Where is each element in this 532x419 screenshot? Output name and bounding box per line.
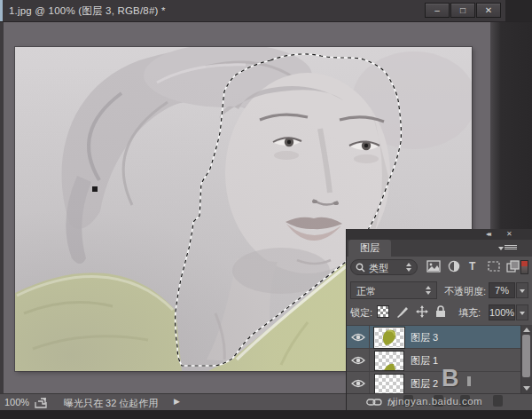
lock-transparent-pixels-icon[interactable] — [377, 305, 389, 318]
collapse-panel-icon[interactable]: ◂◂ — [486, 230, 489, 239]
lock-label: 锁定: — [350, 306, 372, 320]
layers-panel[interactable]: ◂◂ ✕ 图层 类型 T — [346, 229, 532, 410]
scroll-down-icon[interactable] — [523, 386, 530, 391]
lock-row: 锁定: 填充: 100% — [347, 304, 532, 323]
sample-point-marker — [92, 186, 98, 192]
blend-mode-row: 正常 不透明度: 7% — [347, 281, 532, 301]
visibility-toggle[interactable] — [347, 326, 370, 348]
layer-row-2[interactable]: 图层 2 — [347, 372, 520, 395]
dropdown-updown-icon — [406, 262, 412, 273]
visibility-toggle[interactable] — [347, 372, 370, 394]
smart-object-filter-icon[interactable] — [506, 260, 520, 273]
minimize-button[interactable]: – — [425, 3, 450, 18]
filter-toggle-switch[interactable] — [520, 260, 528, 274]
lock-position-move-icon[interactable] — [416, 305, 428, 318]
window-edge-accent — [0, 0, 3, 21]
layer-name[interactable]: 图层 2 — [411, 377, 438, 391]
status-bar: 100% 曝光只在 32 位起作用 ▶ — [0, 393, 346, 411]
visibility-toggle[interactable] — [347, 349, 370, 371]
window-left-border — [0, 22, 4, 393]
scrollbar-thumb[interactable] — [522, 335, 530, 377]
status-message: 曝光只在 32 位起作用 — [64, 397, 158, 410]
filter-type-label: 类型 — [369, 262, 388, 275]
close-button[interactable]: ✕ — [476, 3, 501, 18]
adjustment-layer-filter-icon[interactable] — [448, 260, 460, 273]
blend-mode-value: 正常 — [356, 285, 376, 298]
link-layers-icon[interactable] — [366, 399, 382, 406]
layer-name[interactable]: 图层 3 — [411, 331, 438, 344]
layer-row-3[interactable]: 图层 3 — [347, 326, 520, 349]
shape-layer-filter-icon[interactable] — [487, 260, 501, 273]
panel-menu-icon[interactable] — [505, 244, 517, 252]
close-panel-icon[interactable]: ✕ — [506, 230, 512, 239]
watermark-logo-mark — [467, 376, 471, 386]
zoom-level[interactable]: 100% — [4, 397, 29, 407]
watermark-chip — [493, 395, 503, 407]
fill-value-field[interactable]: 100% — [489, 304, 515, 320]
layer-thumbnail[interactable] — [374, 328, 404, 348]
search-icon — [356, 263, 365, 273]
layer-thumbnail[interactable] — [374, 374, 404, 394]
opacity-label: 不透明度: — [444, 285, 486, 298]
titlebar-spacer — [505, 0, 532, 21]
dropdown-updown-icon — [426, 285, 432, 296]
lock-all-padlock-icon[interactable] — [435, 305, 446, 318]
window-bottom-edge — [0, 410, 532, 419]
filter-type-dropdown[interactable]: 类型 — [350, 259, 418, 275]
eye-icon — [351, 356, 365, 365]
status-expand-icon[interactable]: ▶ — [174, 397, 180, 406]
maximize-button[interactable]: □ — [450, 3, 475, 18]
watermark-logo: B — [442, 365, 459, 392]
layer-list-scrollbar[interactable] — [520, 325, 532, 393]
opacity-value-field[interactable]: 7% — [489, 282, 515, 298]
type-layer-filter-icon[interactable]: T — [469, 260, 475, 273]
layer-filter-row: 类型 T — [347, 258, 532, 278]
watermark-text: jingyan.baidu.com — [393, 396, 482, 407]
fill-label: 填充: — [458, 306, 481, 320]
fill-value: 100% — [489, 307, 514, 318]
tab-layers[interactable]: 图层 — [348, 240, 391, 257]
layer-thumbnail[interactable] — [374, 351, 404, 371]
layer-row-1[interactable]: 图层 1 — [347, 349, 520, 372]
document-title: 1.jpg @ 100% (图层 3, RGB/8#) * — [9, 4, 166, 18]
layer-name[interactable]: 图层 1 — [411, 354, 438, 368]
fill-dropdown-button[interactable] — [516, 304, 528, 320]
blend-mode-dropdown[interactable]: 正常 — [350, 281, 437, 299]
lock-image-pixels-brush-icon[interactable] — [396, 305, 409, 318]
scroll-up-icon[interactable] — [523, 328, 530, 332]
opacity-value: 7% — [495, 285, 509, 296]
document-title-bar[interactable]: 1.jpg @ 100% (图层 3, RGB/8#) * – □ ✕ — [0, 0, 532, 22]
pixel-layer-filter-icon[interactable] — [426, 260, 441, 273]
export-icon[interactable] — [35, 397, 49, 408]
layer-list: 图层 3 图层 1 — [347, 325, 532, 394]
opacity-dropdown-button[interactable] — [516, 282, 528, 298]
eye-icon — [351, 333, 365, 342]
eye-icon — [351, 379, 365, 388]
panel-tab-row: 图层 — [347, 240, 532, 257]
